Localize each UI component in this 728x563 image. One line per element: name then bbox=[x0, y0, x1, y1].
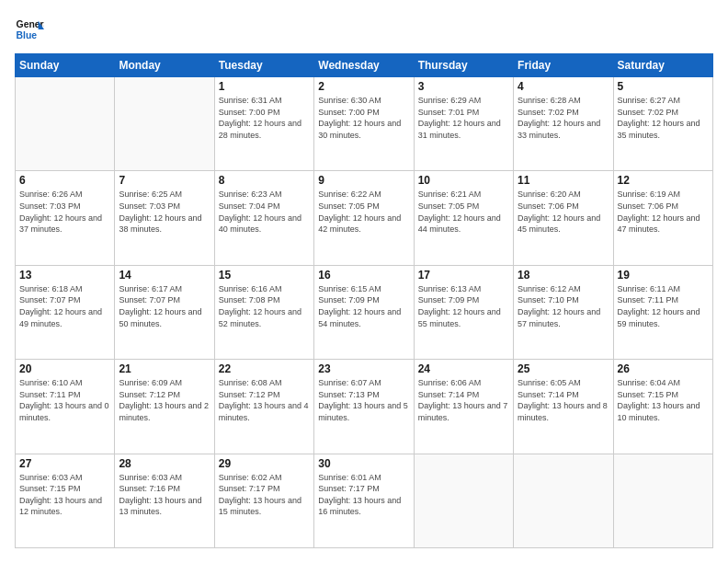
day-info: Sunrise: 6:05 AM Sunset: 7:14 PM Dayligh… bbox=[518, 377, 609, 423]
page: General Blue SundayMondayTuesdayWednesda… bbox=[0, 0, 728, 563]
calendar-cell: 29Sunrise: 6:02 AM Sunset: 7:17 PM Dayli… bbox=[214, 454, 313, 547]
day-number: 7 bbox=[119, 174, 210, 187]
day-info: Sunrise: 6:15 AM Sunset: 7:09 PM Dayligh… bbox=[318, 283, 409, 329]
day-info: Sunrise: 6:26 AM Sunset: 7:03 PM Dayligh… bbox=[19, 189, 110, 235]
day-info: Sunrise: 6:10 AM Sunset: 7:11 PM Dayligh… bbox=[19, 377, 110, 423]
day-number: 19 bbox=[618, 269, 709, 282]
day-info: Sunrise: 6:01 AM Sunset: 7:17 PM Dayligh… bbox=[318, 472, 409, 518]
day-info: Sunrise: 6:16 AM Sunset: 7:08 PM Dayligh… bbox=[219, 283, 310, 329]
day-number: 28 bbox=[119, 457, 210, 470]
weekday-header-tuesday: Tuesday bbox=[214, 54, 313, 77]
calendar-week-row: 6Sunrise: 6:26 AM Sunset: 7:03 PM Daylig… bbox=[16, 171, 713, 265]
calendar-cell: 18Sunrise: 6:12 AM Sunset: 7:10 PM Dayli… bbox=[514, 265, 613, 359]
day-info: Sunrise: 6:30 AM Sunset: 7:00 PM Dayligh… bbox=[318, 95, 409, 141]
day-number: 16 bbox=[318, 269, 409, 282]
day-number: 18 bbox=[518, 269, 609, 282]
calendar-week-row: 13Sunrise: 6:18 AM Sunset: 7:07 PM Dayli… bbox=[16, 265, 713, 359]
calendar-cell: 19Sunrise: 6:11 AM Sunset: 7:11 PM Dayli… bbox=[613, 265, 712, 359]
day-info: Sunrise: 6:29 AM Sunset: 7:01 PM Dayligh… bbox=[418, 95, 509, 141]
day-number: 17 bbox=[418, 269, 509, 282]
weekday-header-friday: Friday bbox=[514, 54, 613, 77]
day-info: Sunrise: 6:17 AM Sunset: 7:07 PM Dayligh… bbox=[119, 283, 210, 329]
day-number: 30 bbox=[318, 457, 409, 470]
calendar-cell: 14Sunrise: 6:17 AM Sunset: 7:07 PM Dayli… bbox=[115, 265, 214, 359]
generalblue-logo-icon: General Blue bbox=[15, 15, 44, 44]
calendar-cell: 26Sunrise: 6:04 AM Sunset: 7:15 PM Dayli… bbox=[613, 360, 712, 454]
day-info: Sunrise: 6:31 AM Sunset: 7:00 PM Dayligh… bbox=[219, 95, 310, 141]
day-number: 27 bbox=[19, 457, 110, 470]
calendar-cell: 1Sunrise: 6:31 AM Sunset: 7:00 PM Daylig… bbox=[214, 77, 313, 171]
weekday-header-thursday: Thursday bbox=[414, 54, 513, 77]
day-info: Sunrise: 6:07 AM Sunset: 7:13 PM Dayligh… bbox=[318, 377, 409, 423]
calendar-cell: 20Sunrise: 6:10 AM Sunset: 7:11 PM Dayli… bbox=[16, 360, 115, 454]
weekday-header-row: SundayMondayTuesdayWednesdayThursdayFrid… bbox=[16, 54, 713, 77]
day-info: Sunrise: 6:25 AM Sunset: 7:03 PM Dayligh… bbox=[119, 189, 210, 235]
calendar-cell: 30Sunrise: 6:01 AM Sunset: 7:17 PM Dayli… bbox=[314, 454, 414, 547]
header: General Blue bbox=[15, 15, 713, 44]
day-info: Sunrise: 6:23 AM Sunset: 7:04 PM Dayligh… bbox=[219, 189, 310, 235]
day-number: 14 bbox=[119, 269, 210, 282]
day-number: 15 bbox=[219, 269, 310, 282]
day-info: Sunrise: 6:03 AM Sunset: 7:16 PM Dayligh… bbox=[119, 472, 210, 518]
day-info: Sunrise: 6:18 AM Sunset: 7:07 PM Dayligh… bbox=[19, 283, 110, 329]
day-info: Sunrise: 6:06 AM Sunset: 7:14 PM Dayligh… bbox=[418, 377, 509, 423]
day-number: 4 bbox=[518, 80, 609, 93]
calendar-cell: 4Sunrise: 6:28 AM Sunset: 7:02 PM Daylig… bbox=[514, 77, 613, 171]
day-number: 6 bbox=[19, 174, 110, 187]
calendar-cell: 27Sunrise: 6:03 AM Sunset: 7:15 PM Dayli… bbox=[16, 454, 115, 547]
day-info: Sunrise: 6:22 AM Sunset: 7:05 PM Dayligh… bbox=[318, 189, 409, 235]
day-info: Sunrise: 6:12 AM Sunset: 7:10 PM Dayligh… bbox=[518, 283, 609, 329]
calendar-cell bbox=[115, 77, 214, 171]
day-number: 8 bbox=[219, 174, 310, 187]
day-number: 11 bbox=[518, 174, 609, 187]
calendar-cell: 6Sunrise: 6:26 AM Sunset: 7:03 PM Daylig… bbox=[16, 171, 115, 265]
day-info: Sunrise: 6:08 AM Sunset: 7:12 PM Dayligh… bbox=[219, 377, 310, 423]
calendar-cell: 25Sunrise: 6:05 AM Sunset: 7:14 PM Dayli… bbox=[514, 360, 613, 454]
day-number: 13 bbox=[19, 269, 110, 282]
calendar-week-row: 20Sunrise: 6:10 AM Sunset: 7:11 PM Dayli… bbox=[16, 360, 713, 454]
day-number: 12 bbox=[618, 174, 709, 187]
calendar-cell: 2Sunrise: 6:30 AM Sunset: 7:00 PM Daylig… bbox=[314, 77, 414, 171]
calendar-cell: 17Sunrise: 6:13 AM Sunset: 7:09 PM Dayli… bbox=[414, 265, 513, 359]
day-number: 5 bbox=[618, 80, 709, 93]
calendar-cell: 21Sunrise: 6:09 AM Sunset: 7:12 PM Dayli… bbox=[115, 360, 214, 454]
day-number: 22 bbox=[219, 362, 310, 375]
calendar-cell: 7Sunrise: 6:25 AM Sunset: 7:03 PM Daylig… bbox=[115, 171, 214, 265]
calendar-cell: 11Sunrise: 6:20 AM Sunset: 7:06 PM Dayli… bbox=[514, 171, 613, 265]
day-info: Sunrise: 6:20 AM Sunset: 7:06 PM Dayligh… bbox=[518, 189, 609, 235]
day-number: 10 bbox=[418, 174, 509, 187]
calendar-cell: 9Sunrise: 6:22 AM Sunset: 7:05 PM Daylig… bbox=[314, 171, 414, 265]
calendar-cell: 15Sunrise: 6:16 AM Sunset: 7:08 PM Dayli… bbox=[214, 265, 313, 359]
day-info: Sunrise: 6:11 AM Sunset: 7:11 PM Dayligh… bbox=[618, 283, 709, 329]
day-info: Sunrise: 6:13 AM Sunset: 7:09 PM Dayligh… bbox=[418, 283, 509, 329]
day-number: 26 bbox=[618, 362, 709, 375]
calendar-cell bbox=[514, 454, 613, 547]
calendar-cell: 24Sunrise: 6:06 AM Sunset: 7:14 PM Dayli… bbox=[414, 360, 513, 454]
calendar-cell: 28Sunrise: 6:03 AM Sunset: 7:16 PM Dayli… bbox=[115, 454, 214, 547]
day-number: 9 bbox=[318, 174, 409, 187]
calendar-week-row: 27Sunrise: 6:03 AM Sunset: 7:15 PM Dayli… bbox=[16, 454, 713, 547]
day-info: Sunrise: 6:02 AM Sunset: 7:17 PM Dayligh… bbox=[219, 472, 310, 518]
day-info: Sunrise: 6:27 AM Sunset: 7:02 PM Dayligh… bbox=[618, 95, 709, 141]
day-info: Sunrise: 6:28 AM Sunset: 7:02 PM Dayligh… bbox=[518, 95, 609, 141]
day-info: Sunrise: 6:21 AM Sunset: 7:05 PM Dayligh… bbox=[418, 189, 509, 235]
calendar-cell bbox=[414, 454, 513, 547]
day-number: 29 bbox=[219, 457, 310, 470]
weekday-header-wednesday: Wednesday bbox=[314, 54, 414, 77]
calendar-cell: 16Sunrise: 6:15 AM Sunset: 7:09 PM Dayli… bbox=[314, 265, 414, 359]
logo: General Blue bbox=[15, 15, 44, 44]
calendar-cell: 10Sunrise: 6:21 AM Sunset: 7:05 PM Dayli… bbox=[414, 171, 513, 265]
weekday-header-monday: Monday bbox=[115, 54, 214, 77]
weekday-header-sunday: Sunday bbox=[16, 54, 115, 77]
calendar-cell: 3Sunrise: 6:29 AM Sunset: 7:01 PM Daylig… bbox=[414, 77, 513, 171]
day-number: 2 bbox=[318, 80, 409, 93]
calendar-table: SundayMondayTuesdayWednesdayThursdayFrid… bbox=[15, 53, 713, 548]
svg-text:Blue: Blue bbox=[17, 30, 38, 40]
day-info: Sunrise: 6:04 AM Sunset: 7:15 PM Dayligh… bbox=[618, 377, 709, 423]
calendar-cell: 23Sunrise: 6:07 AM Sunset: 7:13 PM Dayli… bbox=[314, 360, 414, 454]
calendar-cell: 8Sunrise: 6:23 AM Sunset: 7:04 PM Daylig… bbox=[214, 171, 313, 265]
day-info: Sunrise: 6:19 AM Sunset: 7:06 PM Dayligh… bbox=[618, 189, 709, 235]
day-number: 21 bbox=[119, 362, 210, 375]
weekday-header-saturday: Saturday bbox=[613, 54, 712, 77]
day-number: 1 bbox=[219, 80, 310, 93]
